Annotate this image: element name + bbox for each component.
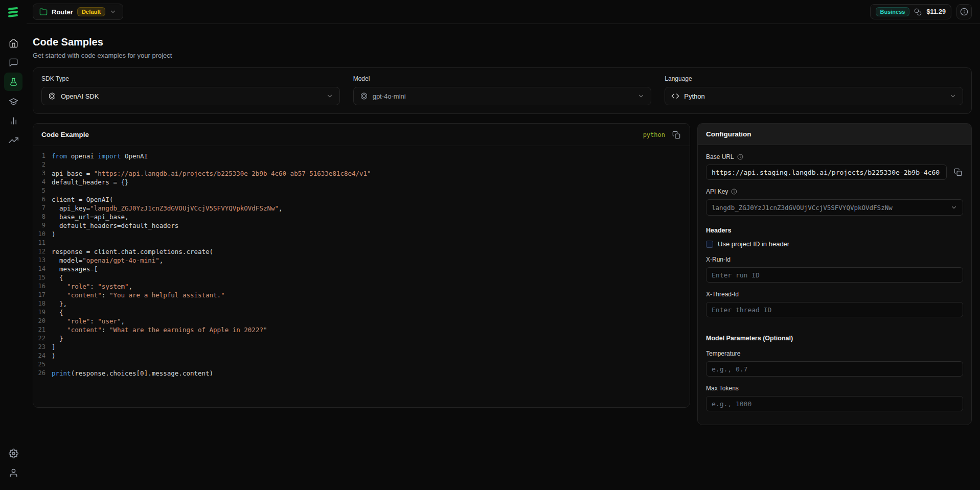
language-tag: python	[643, 131, 665, 138]
model-label: Model	[353, 75, 652, 82]
code-line: 14 messages=[	[33, 265, 681, 273]
code-line: 9 default_headers=default_headers	[33, 221, 681, 230]
sidebar-item-settings[interactable]	[4, 444, 22, 462]
page-title: Code Samples	[33, 36, 972, 48]
sidebar-bottom-nav	[4, 444, 22, 482]
sidebar-item-usage[interactable]	[4, 131, 22, 149]
x-thread-id-label: X-Thread-Id	[706, 291, 963, 298]
main-content: Code Samples Get started with code examp…	[27, 24, 980, 490]
sidebar	[0, 0, 27, 490]
code-icon	[671, 92, 679, 100]
sdk-type-filter: SDK Type OpenAI SDK	[41, 75, 340, 105]
sdk-type-select[interactable]: OpenAI SDK	[41, 87, 340, 105]
graduation-cap-icon	[9, 97, 18, 106]
app-logo-icon[interactable]	[6, 5, 21, 20]
info-icon	[731, 189, 737, 195]
api-key-label: API Key	[706, 188, 963, 195]
model-select[interactable]: gpt-4o-mini	[353, 87, 652, 105]
model-filter: Model gpt-4o-mini	[353, 75, 652, 105]
code-line: 17 "content": "You are a helpful assista…	[33, 291, 681, 299]
max-tokens-input[interactable]	[706, 396, 963, 411]
language-label: Language	[665, 75, 963, 82]
language-value: Python	[684, 92, 704, 100]
project-env-badge: Default	[77, 7, 105, 16]
code-line: 1from openai import OpenAI	[33, 152, 681, 160]
code-line: 2	[33, 160, 681, 169]
base-url-input[interactable]	[706, 165, 947, 180]
topbar: Router Default Business $11.29	[27, 0, 980, 24]
sdk-type-value: OpenAI SDK	[61, 92, 99, 100]
code-line: 4default_headers = {}	[33, 178, 681, 186]
copy-icon	[954, 168, 962, 176]
sidebar-item-code-samples[interactable]	[4, 73, 22, 91]
model-value: gpt-4o-mini	[373, 92, 406, 100]
base-url-label: Base URL	[706, 153, 963, 160]
max-tokens-label: Max Tokens	[706, 385, 963, 392]
sdk-type-label: SDK Type	[41, 75, 340, 82]
project-selector[interactable]: Router Default	[33, 4, 123, 20]
x-run-id-input[interactable]	[706, 267, 963, 283]
code-line: 10)	[33, 230, 681, 239]
code-line: 6client = OpenAI(	[33, 195, 681, 204]
home-icon	[9, 38, 18, 48]
code-line: 12response = client.chat.completions.cre…	[33, 247, 681, 256]
chevron-down-icon	[949, 92, 956, 100]
code-line: 13 model="openai/gpt-4o-mini",	[33, 256, 681, 265]
temperature-label: Temperature	[706, 350, 963, 357]
x-thread-id-input[interactable]	[706, 302, 963, 317]
sidebar-item-home[interactable]	[4, 34, 22, 52]
language-select[interactable]: Python	[665, 87, 963, 105]
code-example-title: Code Example	[41, 131, 89, 138]
sidebar-item-profile[interactable]	[4, 463, 22, 482]
headers-section-label: Headers	[706, 227, 963, 234]
code-line: 25	[33, 360, 681, 369]
code-line: 5	[33, 186, 681, 195]
code-line: 11	[33, 239, 681, 247]
use-project-id-row[interactable]: ✓ Use project ID in header	[706, 240, 963, 248]
sidebar-item-chats[interactable]	[4, 53, 22, 72]
use-project-id-label: Use project ID in header	[718, 240, 789, 248]
copy-icon	[672, 131, 680, 139]
chevron-down-icon	[326, 92, 333, 100]
code-line: 3api_base = "https://api.langdb.ai/proje…	[33, 169, 681, 178]
filters-panel: SDK Type OpenAI SDK Model	[33, 67, 972, 114]
copy-code-button[interactable]	[671, 130, 681, 140]
wallet-pill[interactable]: Business $11.29	[870, 4, 951, 19]
configuration-title: Configuration	[706, 130, 751, 138]
chevron-down-icon	[950, 204, 958, 211]
project-name: Router	[52, 8, 73, 16]
use-project-id-checkbox[interactable]: ✓	[706, 241, 713, 248]
api-key-select[interactable]: langdb_ZGJ0YzJ1cnZ3dGVOUjVCcjV5SFVYQVpkO…	[706, 199, 963, 216]
temperature-input[interactable]	[706, 361, 963, 377]
language-filter: Language Python	[665, 75, 963, 105]
chat-icon	[9, 58, 18, 67]
code-line: 24)	[33, 352, 681, 360]
model-params-section-label: Model Parameters (Optional)	[706, 335, 963, 342]
bar-chart-icon	[9, 116, 18, 126]
code-lines[interactable]: 1from openai import OpenAI23api_base = "…	[33, 146, 690, 407]
code-line: 21 "content": "What are the earnings of …	[33, 325, 681, 334]
code-line: 22 }	[33, 334, 681, 343]
gear-icon	[9, 449, 18, 458]
balance-amount: $11.29	[926, 8, 946, 15]
user-icon	[9, 468, 18, 478]
api-key-value: langdb_ZGJ0YzJ1cnZ3dGVOUjVCcjV5SFVYQVpkO…	[712, 204, 893, 212]
configuration-panel: Configuration Base URL	[697, 123, 972, 425]
topbar-right: Business $11.29	[870, 4, 972, 19]
chevron-down-icon	[637, 92, 645, 100]
code-line: 18 },	[33, 299, 681, 308]
copy-base-url-button[interactable]	[953, 167, 963, 177]
code-example-header: Code Example python	[33, 124, 690, 146]
chevron-down-icon	[109, 8, 117, 15]
info-icon	[960, 8, 968, 16]
sidebar-item-models[interactable]	[4, 92, 22, 110]
code-line: 16 "role": "system",	[33, 282, 681, 291]
info-button[interactable]	[956, 4, 972, 19]
code-line: 23]	[33, 343, 681, 352]
code-line: 15 {	[33, 273, 681, 282]
code-line: 8 base_url=api_base,	[33, 213, 681, 221]
x-run-id-label: X-Run-Id	[706, 256, 963, 263]
folder-icon	[39, 8, 48, 16]
sidebar-item-analytics[interactable]	[4, 111, 22, 130]
openai-icon	[48, 92, 56, 100]
